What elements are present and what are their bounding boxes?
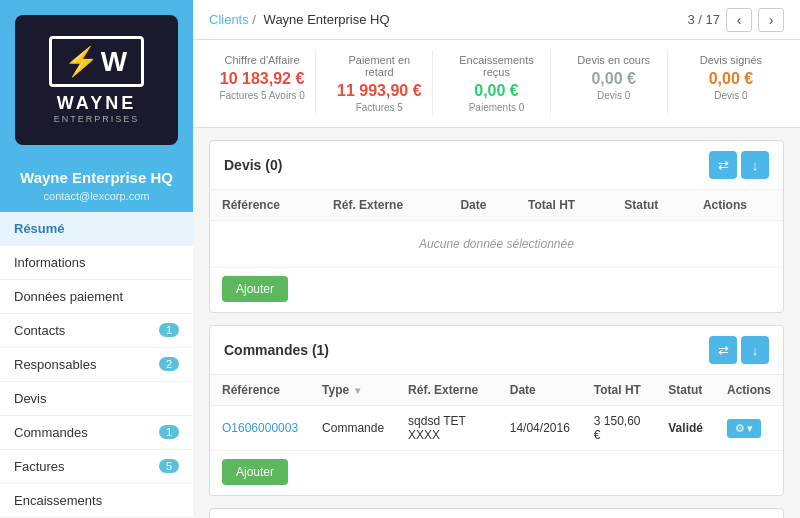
devis-table: Référence Réf. Externe Date Total HT Sta… [210, 190, 783, 268]
main-content: Clients / Wayne Enterprise HQ 3 / 17 ‹ ›… [193, 0, 800, 518]
company-name: Wayne Enterprise HQ [0, 160, 193, 190]
nav-item-label: Factures [14, 459, 65, 474]
nav-badge: 2 [159, 357, 179, 371]
commandes-table: Référence Type ▾ Réf. Externe Date Total… [210, 375, 783, 451]
stat-card-2: Encaissements reçus 0,00 € Paiements 0 [443, 50, 550, 117]
cmd-reference: O1606000003 [210, 406, 310, 451]
devis-empty-row: Aucune donnée sélectionnée [210, 221, 783, 268]
stat-value-4: 0,00 € [686, 70, 776, 88]
stat-sub-1: Factures 5 [334, 102, 424, 113]
commandes-title: Commandes (1) [224, 342, 329, 358]
cmd-col-total-ht: Total HT [582, 375, 656, 406]
sidebar-item-encaissements[interactable]: Encaissements [0, 484, 193, 518]
cmd-date: 14/04/2016 [498, 406, 582, 451]
breadcrumb-parent[interactable]: Clients [209, 12, 249, 27]
stat-title-1: Paiement en retard [334, 54, 424, 78]
cmd-total-ht: 3 150,60 € [582, 406, 656, 451]
devis-share-button[interactable]: ⇄ [709, 151, 737, 179]
sidebar-item-informations[interactable]: Informations [0, 246, 193, 280]
stat-title-2: Encaissements reçus [451, 54, 541, 78]
breadcrumb-current: Wayne Enterprise HQ [264, 12, 390, 27]
commandes-download-button[interactable]: ↓ [741, 336, 769, 364]
devis-header: Devis (0) ⇄ ↓ [210, 141, 783, 190]
devis-col-actions: Actions [691, 190, 783, 221]
logo-icon: ⚡W [49, 36, 144, 87]
stat-title-3: Devis en cours [569, 54, 659, 66]
logo-enterprises: ENTERPRISES [54, 114, 140, 124]
nav-badge: 5 [159, 459, 179, 473]
commandes-section: Commandes (1) ⇄ ↓ Référence Type ▾ Réf. … [209, 325, 784, 496]
commandes-header: Commandes (1) ⇄ ↓ [210, 326, 783, 375]
sidebar: ⚡W WAYNE ENTERPRISES Wayne Enterprise HQ… [0, 0, 193, 518]
devis-add-button[interactable]: Ajouter [222, 276, 288, 302]
stat-sub-2: Paiements 0 [451, 102, 541, 113]
commandes-actions: ⇄ ↓ [709, 336, 769, 364]
devis-title: Devis (0) [224, 157, 282, 173]
breadcrumb: Clients / Wayne Enterprise HQ [209, 12, 390, 27]
stat-title-0: Chiffre d'Affaire [217, 54, 307, 66]
nav-item-label: Encaissements [14, 493, 102, 508]
cmd-col-statut: Statut [656, 375, 715, 406]
cmd-col-actions: Actions [715, 375, 783, 406]
stat-value-3: 0,00 € [569, 70, 659, 88]
commandes-share-button[interactable]: ⇄ [709, 336, 737, 364]
sidebar-item-commandes[interactable]: Commandes1 [0, 416, 193, 450]
nav-badge: 1 [159, 323, 179, 337]
nav-item-label: Informations [14, 255, 86, 270]
sidebar-item-factures[interactable]: Factures5 [0, 450, 193, 484]
cmd-col-ref-externe: Réf. Externe [396, 375, 498, 406]
cmd-statut: Validé [656, 406, 715, 451]
commandes-row: O1606000003 Commande sqdsd TET XXXX 14/0… [210, 406, 783, 451]
sidebar-item-responsables[interactable]: Responsables2 [0, 348, 193, 382]
devis-col-date: Date [448, 190, 516, 221]
stat-title-4: Devis signés [686, 54, 776, 66]
stat-card-3: Devis en cours 0,00 € Devis 0 [561, 50, 668, 117]
stat-card-4: Devis signés 0,00 € Devis 0 [678, 50, 784, 117]
nav-item-label: Données paiement [14, 289, 123, 304]
devis-empty-message: Aucune donnée sélectionnée [210, 221, 783, 268]
devis-section: Devis (0) ⇄ ↓ Référence Réf. Externe Dat… [209, 140, 784, 313]
cmd-ref-externe: sqdsd TET XXXX [396, 406, 498, 451]
factures-header: Factures (5) ⇄ ↓ [210, 509, 783, 518]
logo-wayne: WAYNE [57, 93, 136, 114]
nav-item-label: Commandes [14, 425, 88, 440]
sidebar-item-devis[interactable]: Devis [0, 382, 193, 416]
cmd-col-type: Type ▾ [310, 375, 396, 406]
prev-page-button[interactable]: ‹ [726, 8, 752, 32]
header-bar: Clients / Wayne Enterprise HQ 3 / 17 ‹ › [193, 0, 800, 40]
devis-col-total-ht: Total HT [516, 190, 612, 221]
company-logo: ⚡W WAYNE ENTERPRISES [15, 15, 178, 145]
cmd-actions: ⚙ ▾ [715, 406, 783, 451]
devis-col-ref-externe: Réf. Externe [321, 190, 448, 221]
sidebar-item-résumé[interactable]: Résumé [0, 212, 193, 246]
nav-item-label: Devis [14, 391, 47, 406]
cmd-action-button[interactable]: ⚙ ▾ [727, 419, 761, 438]
pagination-controls: 3 / 17 ‹ › [687, 8, 784, 32]
cmd-col-date: Date [498, 375, 582, 406]
stat-sub-4: Devis 0 [686, 90, 776, 101]
commandes-add-button[interactable]: Ajouter [222, 459, 288, 485]
page-indicator: 3 / 17 [687, 12, 720, 27]
type-sort-icon: ▾ [355, 385, 360, 396]
content-area: Devis (0) ⇄ ↓ Référence Réf. Externe Dat… [193, 128, 800, 518]
stat-card-0: Chiffre d'Affaire 10 183,92 € Factures 5… [209, 50, 316, 117]
nav-badge: 1 [159, 425, 179, 439]
devis-col-statut: Statut [612, 190, 691, 221]
sidebar-nav: RésuméInformationsDonnées paiementContac… [0, 212, 193, 519]
sidebar-item-contacts[interactable]: Contacts1 [0, 314, 193, 348]
cmd-type: Commande [310, 406, 396, 451]
cmd-col-reference: Référence [210, 375, 310, 406]
stat-sub-3: Devis 0 [569, 90, 659, 101]
company-email: contact@lexcorp.com [0, 190, 193, 212]
nav-item-label: Contacts [14, 323, 65, 338]
stat-value-0: 10 183,92 € [217, 70, 307, 88]
stat-card-1: Paiement en retard 11 993,90 € Factures … [326, 50, 433, 117]
next-page-button[interactable]: › [758, 8, 784, 32]
nav-item-label: Responsables [14, 357, 96, 372]
stat-value-1: 11 993,90 € [334, 82, 424, 100]
factures-section: Factures (5) ⇄ ↓ Référence Réf. Externe … [209, 508, 784, 518]
devis-col-reference: Référence [210, 190, 321, 221]
sidebar-item-données-paiement[interactable]: Données paiement [0, 280, 193, 314]
stats-row: Chiffre d'Affaire 10 183,92 € Factures 5… [193, 40, 800, 128]
devis-download-button[interactable]: ↓ [741, 151, 769, 179]
